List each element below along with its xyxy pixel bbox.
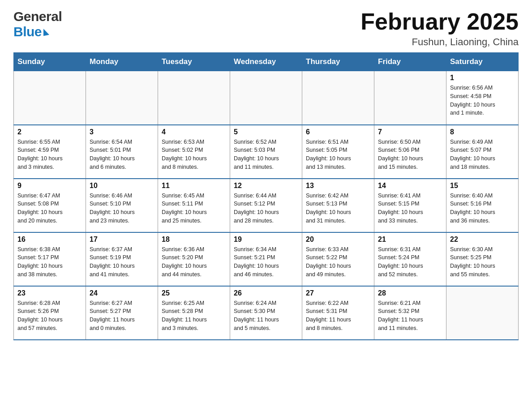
day-info: Sunrise: 6:41 AM Sunset: 5:15 PM Dayligh… xyxy=(378,192,442,225)
calendar-cell: 17Sunrise: 6:37 AM Sunset: 5:19 PM Dayli… xyxy=(86,232,158,286)
day-info: Sunrise: 6:33 AM Sunset: 5:22 PM Dayligh… xyxy=(306,245,370,279)
month-title: February 2025 xyxy=(360,9,519,34)
calendar-cell: 20Sunrise: 6:33 AM Sunset: 5:22 PM Dayli… xyxy=(302,232,374,286)
calendar-week-2: 2Sunrise: 6:55 AM Sunset: 4:59 PM Daylig… xyxy=(14,125,519,179)
day-number: 10 xyxy=(90,182,154,190)
calendar-cell: 25Sunrise: 6:25 AM Sunset: 5:28 PM Dayli… xyxy=(158,286,230,340)
calendar-cell xyxy=(446,286,519,340)
calendar-cell xyxy=(86,71,158,125)
day-info: Sunrise: 6:34 AM Sunset: 5:21 PM Dayligh… xyxy=(234,245,298,279)
calendar-cell: 19Sunrise: 6:34 AM Sunset: 5:21 PM Dayli… xyxy=(230,232,302,286)
calendar-cell xyxy=(14,71,86,125)
day-info: Sunrise: 6:56 AM Sunset: 4:58 PM Dayligh… xyxy=(450,84,515,117)
page-header: General Blue February 2025 Fushun, Liaon… xyxy=(13,9,519,48)
day-info: Sunrise: 6:27 AM Sunset: 5:27 PM Dayligh… xyxy=(90,299,154,333)
calendar-header-sunday: Sunday xyxy=(14,53,86,71)
calendar-cell: 28Sunrise: 6:21 AM Sunset: 5:32 PM Dayli… xyxy=(374,286,446,340)
calendar-cell xyxy=(158,71,230,125)
day-number: 20 xyxy=(306,235,370,244)
calendar-cell: 22Sunrise: 6:30 AM Sunset: 5:25 PM Dayli… xyxy=(446,232,519,286)
day-info: Sunrise: 6:54 AM Sunset: 5:01 PM Dayligh… xyxy=(90,138,154,171)
title-section: February 2025 Fushun, Liaoning, China xyxy=(360,9,519,48)
day-number: 6 xyxy=(306,128,370,136)
day-number: 21 xyxy=(378,235,442,244)
day-info: Sunrise: 6:21 AM Sunset: 5:32 PM Dayligh… xyxy=(378,299,442,333)
day-number: 15 xyxy=(450,182,515,190)
calendar-cell: 26Sunrise: 6:24 AM Sunset: 5:30 PM Dayli… xyxy=(230,286,302,340)
day-number: 16 xyxy=(17,235,82,244)
day-number: 1 xyxy=(450,74,515,82)
calendar-cell xyxy=(302,71,374,125)
day-info: Sunrise: 6:24 AM Sunset: 5:30 PM Dayligh… xyxy=(234,299,298,333)
calendar-header-tuesday: Tuesday xyxy=(158,53,230,71)
day-info: Sunrise: 6:36 AM Sunset: 5:20 PM Dayligh… xyxy=(162,245,226,279)
day-number: 3 xyxy=(90,128,154,136)
day-number: 9 xyxy=(17,182,82,190)
day-info: Sunrise: 6:46 AM Sunset: 5:10 PM Dayligh… xyxy=(90,192,154,225)
logo: General Blue xyxy=(13,9,62,39)
calendar-header-thursday: Thursday xyxy=(302,53,374,71)
calendar-cell: 8Sunrise: 6:49 AM Sunset: 5:07 PM Daylig… xyxy=(446,125,519,179)
calendar-cell: 21Sunrise: 6:31 AM Sunset: 5:24 PM Dayli… xyxy=(374,232,446,286)
calendar-cell: 4Sunrise: 6:53 AM Sunset: 5:02 PM Daylig… xyxy=(158,125,230,179)
day-number: 24 xyxy=(90,289,154,297)
calendar-cell: 15Sunrise: 6:40 AM Sunset: 5:16 PM Dayli… xyxy=(446,179,519,232)
day-number: 22 xyxy=(450,235,515,244)
day-info: Sunrise: 6:28 AM Sunset: 5:26 PM Dayligh… xyxy=(17,299,82,333)
day-number: 18 xyxy=(162,235,226,244)
location: Fushun, Liaoning, China xyxy=(360,36,519,48)
calendar-cell: 12Sunrise: 6:44 AM Sunset: 5:12 PM Dayli… xyxy=(230,179,302,232)
calendar-header-friday: Friday xyxy=(374,53,446,71)
day-number: 14 xyxy=(378,182,442,190)
day-number: 8 xyxy=(450,128,515,136)
calendar-header-saturday: Saturday xyxy=(446,53,519,71)
day-info: Sunrise: 6:49 AM Sunset: 5:07 PM Dayligh… xyxy=(450,138,515,171)
day-info: Sunrise: 6:47 AM Sunset: 5:08 PM Dayligh… xyxy=(17,192,82,225)
calendar-cell: 24Sunrise: 6:27 AM Sunset: 5:27 PM Dayli… xyxy=(86,286,158,340)
calendar-cell: 9Sunrise: 6:47 AM Sunset: 5:08 PM Daylig… xyxy=(14,179,86,232)
calendar-header-row: SundayMondayTuesdayWednesdayThursdayFrid… xyxy=(14,53,519,71)
calendar-cell xyxy=(230,71,302,125)
day-info: Sunrise: 6:37 AM Sunset: 5:19 PM Dayligh… xyxy=(90,245,154,279)
calendar-cell: 14Sunrise: 6:41 AM Sunset: 5:15 PM Dayli… xyxy=(374,179,446,232)
calendar-cell: 27Sunrise: 6:22 AM Sunset: 5:31 PM Dayli… xyxy=(302,286,374,340)
calendar-cell: 5Sunrise: 6:52 AM Sunset: 5:03 PM Daylig… xyxy=(230,125,302,179)
day-info: Sunrise: 6:52 AM Sunset: 5:03 PM Dayligh… xyxy=(234,138,298,171)
calendar-cell: 6Sunrise: 6:51 AM Sunset: 5:05 PM Daylig… xyxy=(302,125,374,179)
logo-blue: Blue xyxy=(13,24,62,39)
day-info: Sunrise: 6:30 AM Sunset: 5:25 PM Dayligh… xyxy=(450,245,515,279)
calendar-week-1: 1Sunrise: 6:56 AM Sunset: 4:58 PM Daylig… xyxy=(14,71,519,125)
calendar-table: SundayMondayTuesdayWednesdayThursdayFrid… xyxy=(13,52,519,340)
day-number: 25 xyxy=(162,289,226,297)
day-number: 28 xyxy=(378,289,442,297)
day-number: 27 xyxy=(306,289,370,297)
day-number: 17 xyxy=(90,235,154,244)
calendar-week-4: 16Sunrise: 6:38 AM Sunset: 5:17 PM Dayli… xyxy=(14,232,519,286)
day-info: Sunrise: 6:40 AM Sunset: 5:16 PM Dayligh… xyxy=(450,192,515,225)
day-number: 11 xyxy=(162,182,226,190)
calendar-week-5: 23Sunrise: 6:28 AM Sunset: 5:26 PM Dayli… xyxy=(14,286,519,340)
calendar-cell: 18Sunrise: 6:36 AM Sunset: 5:20 PM Dayli… xyxy=(158,232,230,286)
calendar-cell: 10Sunrise: 6:46 AM Sunset: 5:10 PM Dayli… xyxy=(86,179,158,232)
day-info: Sunrise: 6:45 AM Sunset: 5:11 PM Dayligh… xyxy=(162,192,226,225)
day-number: 23 xyxy=(17,289,82,297)
calendar-cell: 23Sunrise: 6:28 AM Sunset: 5:26 PM Dayli… xyxy=(14,286,86,340)
day-number: 7 xyxy=(378,128,442,136)
day-number: 19 xyxy=(234,235,298,244)
day-info: Sunrise: 6:38 AM Sunset: 5:17 PM Dayligh… xyxy=(17,245,82,279)
calendar-cell: 7Sunrise: 6:50 AM Sunset: 5:06 PM Daylig… xyxy=(374,125,446,179)
day-info: Sunrise: 6:42 AM Sunset: 5:13 PM Dayligh… xyxy=(306,192,370,225)
day-number: 12 xyxy=(234,182,298,190)
day-number: 4 xyxy=(162,128,226,136)
calendar-cell: 2Sunrise: 6:55 AM Sunset: 4:59 PM Daylig… xyxy=(14,125,86,179)
day-number: 13 xyxy=(306,182,370,190)
day-info: Sunrise: 6:22 AM Sunset: 5:31 PM Dayligh… xyxy=(306,299,370,333)
day-info: Sunrise: 6:53 AM Sunset: 5:02 PM Dayligh… xyxy=(162,138,226,171)
calendar-cell: 1Sunrise: 6:56 AM Sunset: 4:58 PM Daylig… xyxy=(446,71,519,125)
calendar-week-3: 9Sunrise: 6:47 AM Sunset: 5:08 PM Daylig… xyxy=(14,179,519,232)
logo-arrow-icon xyxy=(43,28,49,36)
day-number: 2 xyxy=(17,128,82,136)
day-number: 5 xyxy=(234,128,298,136)
calendar-cell: 3Sunrise: 6:54 AM Sunset: 5:01 PM Daylig… xyxy=(86,125,158,179)
day-number: 26 xyxy=(234,289,298,297)
